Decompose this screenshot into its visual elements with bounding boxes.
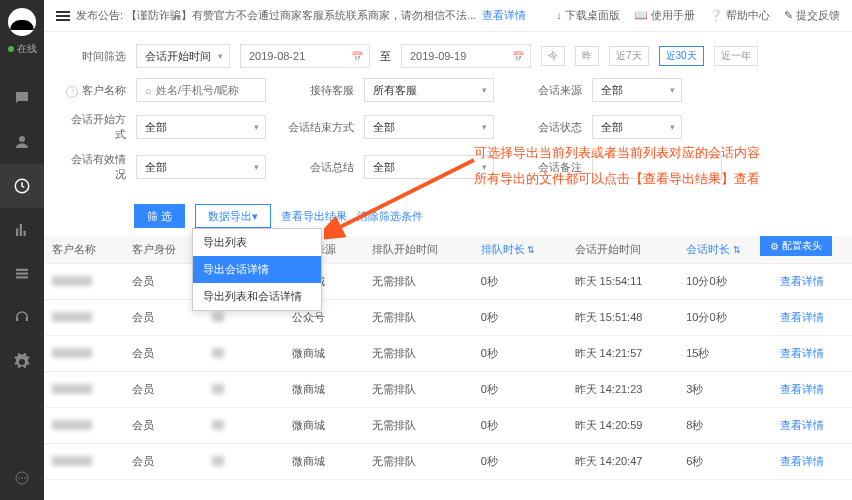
announcement: 发布公告: 【谨防诈骗】有赞官方不会通过商家客服系统联系商家，请勿相信不法... <box>76 8 476 23</box>
customer-input[interactable]: ⌕ <box>136 78 266 102</box>
view-detail-link[interactable]: 查看详情 <box>482 8 526 23</box>
chat-icon[interactable] <box>0 76 44 120</box>
dropdown-export-list[interactable]: 导出列表 <box>193 229 321 256</box>
date-to-input[interactable]: 2019-09-19 <box>401 44 531 68</box>
download-link[interactable]: ↓ 下载桌面版 <box>556 8 620 23</box>
table-row: 会员微商城无需排队0秒昨天 14:20:476秒查看详情 <box>44 444 852 480</box>
remark-input[interactable] <box>592 155 722 179</box>
svg-point-4 <box>24 477 26 479</box>
clear-filter-link[interactable]: 清除筛选条件 <box>357 209 423 224</box>
time-filter-select[interactable]: 会话开始时间 <box>136 44 230 68</box>
table-row: 会员微商城无需排队0秒昨天 15:54:1110分0秒查看详情 <box>44 264 852 300</box>
menu-toggle-icon[interactable] <box>56 11 70 21</box>
view-detail-action[interactable]: 查看详情 <box>780 383 824 395</box>
clock-icon[interactable] <box>0 164 44 208</box>
feedback-link[interactable]: ✎ 提交反馈 <box>784 8 840 23</box>
user-icon[interactable] <box>0 120 44 164</box>
agent-label: 接待客服 <box>276 83 354 98</box>
agent-select[interactable]: 所有客服 <box>364 78 494 102</box>
col-7[interactable]: 会话时长 ⇅ <box>678 236 772 264</box>
start-mode-label: 会话开始方式 <box>64 112 126 142</box>
topbar: 发布公告: 【谨防诈骗】有赞官方不会通过商家客服系统联系商家，请勿相信不法...… <box>44 0 852 32</box>
total-label: 会话总结 <box>276 160 354 175</box>
export-dropdown: 导出列表 导出会话详情 导出列表和会话详情 <box>192 228 322 311</box>
filter-button[interactable]: 筛 选 <box>134 204 185 228</box>
col-4[interactable]: 排队开始时间 <box>364 236 473 264</box>
view-export-link[interactable]: 查看导出结果 <box>281 209 347 224</box>
filter-panel: 时间筛选 会话开始时间 2019-08-21 至 2019-09-19 今 昨 … <box>44 32 852 200</box>
view-detail-action[interactable]: 查看详情 <box>780 455 824 467</box>
col-0[interactable]: 客户名称 <box>44 236 124 264</box>
start-mode-select[interactable]: 全部 <box>136 115 266 139</box>
sidebar: 在线 <box>0 0 44 500</box>
table-row: 会员微商城无需排队0秒昨天 14:21:5715秒查看详情 <box>44 336 852 372</box>
valid-label: 会话有效情况 <box>64 152 126 182</box>
chip-last30[interactable]: 近30天 <box>659 46 704 66</box>
time-filter-label: 时间筛选 <box>64 49 126 64</box>
config-header-button[interactable]: ⚙ 配置表头 <box>760 236 832 256</box>
end-mode-label: 会话结束方式 <box>276 120 354 135</box>
status-label: 会话状态 <box>504 120 582 135</box>
svg-point-2 <box>18 477 20 479</box>
chip-yesterday[interactable]: 昨 <box>575 46 599 66</box>
remark-label: 会话备注 <box>504 160 582 175</box>
headset-icon[interactable] <box>0 296 44 340</box>
chip-lastyear[interactable]: 近一年 <box>714 46 758 66</box>
customer-label: ?客户名称 <box>64 83 126 98</box>
status-select[interactable]: 全部 <box>592 115 682 139</box>
svg-point-3 <box>21 477 23 479</box>
help-link[interactable]: ❔ 帮助中心 <box>709 8 770 23</box>
view-detail-action[interactable]: 查看详情 <box>780 311 824 323</box>
export-button[interactable]: 数据导出 ▾ <box>195 204 271 228</box>
chip-today[interactable]: 今 <box>541 46 565 66</box>
status-indicator[interactable]: 在线 <box>8 42 37 56</box>
total-select[interactable]: 全部 <box>364 155 494 179</box>
source-label: 会话来源 <box>504 83 582 98</box>
valid-select[interactable]: 全部 <box>136 155 266 179</box>
list-icon[interactable] <box>0 252 44 296</box>
dropdown-export-detail[interactable]: 导出会话详情 <box>193 256 321 283</box>
end-mode-select[interactable]: 全部 <box>364 115 494 139</box>
col-5[interactable]: 排队时长 ⇅ <box>473 236 567 264</box>
view-detail-action[interactable]: 查看详情 <box>780 275 824 287</box>
view-detail-action[interactable]: 查看详情 <box>780 419 824 431</box>
action-row: 筛 选 数据导出 ▾ 查看导出结果 清除筛选条件 导出列表 导出会话详情 导出列… <box>44 200 852 236</box>
table-row: 会员微商城无需排队0秒昨天 14:20:598秒查看详情 <box>44 408 852 444</box>
view-detail-action[interactable]: 查看详情 <box>780 347 824 359</box>
gear-icon[interactable] <box>0 340 44 384</box>
help-icon[interactable]: ? <box>66 86 78 98</box>
source-select[interactable]: 全部 <box>592 78 682 102</box>
more-icon[interactable] <box>0 456 44 500</box>
search-icon: ⌕ <box>145 84 152 96</box>
date-from-input[interactable]: 2019-08-21 <box>240 44 370 68</box>
manual-link[interactable]: 📖 使用手册 <box>634 8 695 23</box>
dropdown-export-both[interactable]: 导出列表和会话详情 <box>193 283 321 310</box>
col-6[interactable]: 会话开始时间 <box>567 236 679 264</box>
chip-last7[interactable]: 近7天 <box>609 46 649 66</box>
table-row: 会员公众号无需排队0秒昨天 15:51:4810分0秒查看详情 <box>44 300 852 336</box>
session-table: 客户名称客户身份接待客服会话来源排队开始时间排队时长 ⇅会话开始时间会话时长 ⇅… <box>44 236 852 480</box>
date-sep: 至 <box>380 49 391 64</box>
table-row: 会员微商城无需排队0秒昨天 14:21:233秒查看详情 <box>44 372 852 408</box>
chart-icon[interactable] <box>0 208 44 252</box>
avatar[interactable] <box>8 8 36 36</box>
